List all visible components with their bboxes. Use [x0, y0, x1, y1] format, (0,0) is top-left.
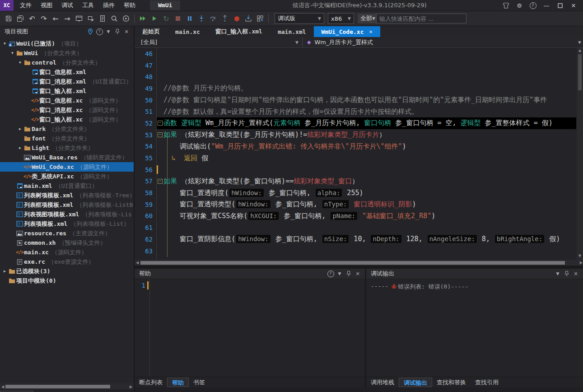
pause-icon[interactable]: [184, 13, 196, 24]
tree-item[interactable]: 列表框项模板.xml（列表项模板-ListB: [0, 200, 134, 210]
tree-item[interactable]: hcommon.xh（预编译头文件）: [0, 238, 134, 247]
step-into-icon[interactable]: [196, 13, 207, 24]
collapse-arrow-icon[interactable]: ▼: [335, 269, 344, 278]
menu-item-调试[interactable]: 调试: [57, 0, 78, 11]
expander-icon[interactable]: ▼: [2, 42, 8, 46]
code-line[interactable]: 53−如果 （炫彩对象_取类型(参_月历卡片句柄)!=炫彩对象类型_月历卡片）: [135, 129, 576, 141]
code-line[interactable]: 51//@参数 默认假，真=设置整个月历卡片的样式，假=仅设置月历卡片中按钮的样…: [135, 106, 576, 117]
build-install-icon[interactable]: [243, 13, 254, 24]
scroll-right-icon[interactable]: ▶: [580, 261, 583, 265]
fold-collapse-box[interactable]: −: [158, 179, 163, 184]
tree-item[interactable]: ▶已选模块(3): [0, 266, 134, 276]
code-line[interactable]: 47: [135, 60, 576, 71]
run-circle-icon[interactable]: [120, 13, 132, 24]
tree-item[interactable]: ▶Light（分类文件夹）: [0, 143, 134, 153]
menu-item-帮助[interactable]: 帮助: [119, 0, 140, 11]
scroll-right-icon[interactable]: ▶: [128, 385, 134, 389]
code-line[interactable]: 63: [135, 245, 576, 257]
tree-item[interactable]: ▼WmUi（分类文件夹）: [0, 48, 134, 58]
tree-item[interactable]: </>窗口_消息框.xc（源码文件）: [0, 105, 134, 115]
fold-marker-icon[interactable]: −: [157, 132, 163, 137]
bottom-tab-书签[interactable]: 书签: [189, 378, 210, 387]
active-project-button[interactable]: WmUi: [150, 0, 180, 10]
tree-item[interactable]: ▼control（分类文件夹）: [0, 58, 134, 67]
debug-output-content[interactable]: ----- 错误列表: 错误(0)-----: [366, 279, 583, 377]
scroll-up-icon[interactable]: ▲: [578, 48, 581, 53]
theme-icon[interactable]: [500, 0, 512, 10]
forward-icon[interactable]: →: [61, 13, 73, 24]
help-panel-editor[interactable]: 1: [135, 279, 365, 377]
settings-gear-icon[interactable]: ⚙: [513, 0, 525, 10]
record-icon[interactable]: [231, 13, 243, 24]
scope-dropdown[interactable]: [全局] ▼: [135, 37, 303, 47]
code-line[interactable]: 57−如果 （炫彩对象_取类型(参_窗口句柄)==炫彩对象类型_窗口）: [135, 176, 576, 187]
edit-window-icon[interactable]: [85, 13, 97, 24]
pin-icon[interactable]: [344, 269, 353, 278]
horizontal-splitter[interactable]: [135, 266, 583, 269]
step-over-icon[interactable]: [207, 13, 219, 24]
menu-item-工具[interactable]: 工具: [78, 0, 98, 11]
scrollbar-thumb[interactable]: [578, 54, 582, 90]
code-line[interactable]: 61: [135, 222, 576, 233]
tree-item[interactable]: 列表树项模板.xml（列表项模板-Tree）: [0, 191, 134, 200]
code-line[interactable]: 64: [135, 257, 576, 260]
bottom-tab-查找和替换[interactable]: 查找和替换: [432, 378, 471, 387]
export-window-icon[interactable]: [73, 13, 85, 24]
continue-icon[interactable]: [137, 13, 149, 24]
tree-item[interactable]: ▶Dark（分类文件夹）: [0, 124, 134, 134]
code-line[interactable]: 48: [135, 71, 576, 83]
bottom-tab-断点列表[interactable]: 断点列表: [135, 378, 167, 387]
undo-icon[interactable]: ↶: [26, 13, 38, 24]
arch-select[interactable]: x86 ▼: [328, 13, 354, 24]
code-line[interactable]: 59 窗口_置透明类型(hWindow: 参_窗口句柄, nType: 窗口透明…: [135, 199, 576, 210]
step-out-icon[interactable]: [219, 13, 231, 24]
tree-item[interactable]: ▼WmUi(已激活)（项目）: [0, 39, 134, 48]
collapse-arrow-icon[interactable]: ▼: [553, 269, 562, 278]
close-icon[interactable]: ✕: [571, 269, 580, 278]
editor-tab-起始页[interactable]: 起始页: [135, 26, 168, 37]
menu-item-文件[interactable]: 文件: [15, 0, 36, 11]
tree-item[interactable]: </>类_系统API.xc（源码文件）: [0, 172, 134, 181]
code-line[interactable]: 54 调试输出("Wm_月历卡片_置样式出错: 传入句柄并非\"月历卡片\"组件…: [135, 141, 576, 153]
code-line[interactable]: 62 窗口_置阴影信息(hWindow: 参_窗口句柄, nSize: 10, …: [135, 233, 576, 245]
code-line[interactable]: 56: [135, 164, 576, 176]
tree-item[interactable]: 窗口_信息框.xml: [0, 67, 134, 77]
bottom-tab-帮助[interactable]: 帮助: [167, 378, 189, 387]
close-icon[interactable]: ✕: [353, 269, 362, 278]
pin-icon[interactable]: [113, 27, 122, 36]
editor-horizontal-scrollbar[interactable]: ◀ ▶: [135, 260, 583, 266]
expander-icon[interactable]: ▼: [17, 61, 23, 65]
scroll-left-icon[interactable]: ◀: [135, 261, 140, 265]
tree-item[interactable]: </>main.xc（源码文件）: [0, 247, 134, 257]
build-package-icon[interactable]: [254, 13, 266, 24]
tree-item[interactable]: 列表项模板.xml（列表项模板-List）: [0, 219, 134, 229]
search-scope-select[interactable]: 全部 ▼: [358, 14, 376, 23]
play-icon[interactable]: [149, 13, 160, 24]
back-icon[interactable]: ←: [50, 13, 61, 24]
collapse-arrow-icon[interactable]: ▼: [104, 27, 113, 36]
tree-item[interactable]: 窗口_消息框.xml（UI普通窗口）: [0, 77, 134, 86]
locate-pin-icon[interactable]: [86, 27, 95, 36]
fold-collapse-box[interactable]: −: [158, 132, 163, 137]
tree-item[interactable]: 列表视图项模板.xml（列表项模板-Lis: [0, 210, 134, 219]
code-line[interactable]: 46: [135, 48, 576, 60]
tree-item[interactable]: WmUi_Base.res（辅助资源文件）: [0, 153, 134, 162]
fold-collapse-box[interactable]: −: [158, 121, 163, 126]
function-dropdown[interactable]: ◆ Wm_月历卡片_置样式 ▼: [303, 37, 583, 47]
save-icon[interactable]: [3, 13, 14, 24]
refresh-icon[interactable]: ↻: [160, 13, 172, 24]
editor-vertical-scrollbar[interactable]: ▲ ▼: [576, 48, 583, 260]
scrollbar-thumb[interactable]: [140, 261, 565, 265]
scrollbar-thumb[interactable]: [5, 385, 110, 388]
tree-item[interactable]: font（分类文件夹）: [0, 134, 134, 143]
close-icon[interactable]: ✕: [369, 28, 372, 35]
editor-tab-窗口_输入框.xml[interactable]: 窗口_输入框.xml: [208, 26, 270, 37]
maximize-icon[interactable]: [554, 0, 566, 10]
tree-item[interactable]: </>WmUi_Code.xc（源码文件）: [0, 162, 134, 172]
scroll-down-icon[interactable]: ▼: [578, 253, 581, 259]
expander-icon[interactable]: ▶: [17, 127, 23, 131]
tree-horizontal-scrollbar[interactable]: ◀ ▶: [0, 383, 134, 390]
tree-item[interactable]: </>窗口_输入框.xc（源码文件）: [0, 115, 134, 124]
editor-tab-main.xc[interactable]: main.xc: [168, 26, 208, 37]
bottom-tab-调用堆栈[interactable]: 调用堆栈: [366, 378, 399, 387]
